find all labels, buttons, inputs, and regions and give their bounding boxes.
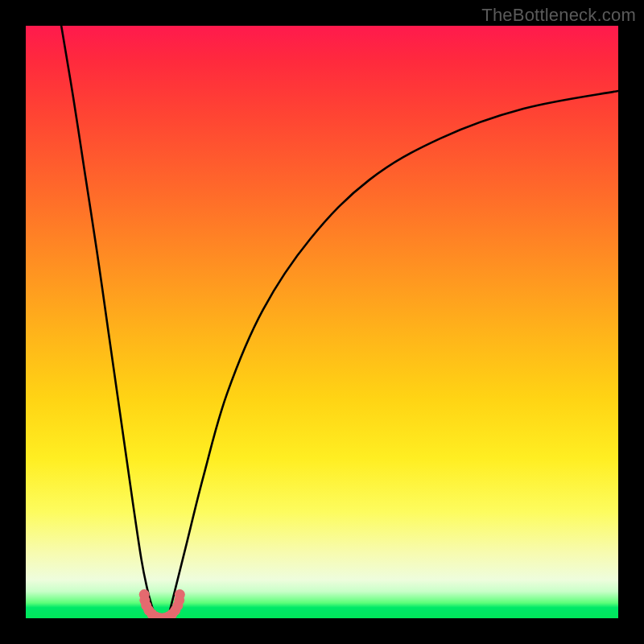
- valley-dot: [141, 601, 151, 611]
- plot-area: [26, 26, 618, 618]
- curve-right-branch: [168, 91, 618, 618]
- valley-dot: [175, 589, 185, 600]
- valley-dot: [167, 609, 177, 618]
- chart-frame: TheBottleneck.com: [0, 0, 644, 644]
- curve-layer: [26, 26, 618, 618]
- valley-dot: [159, 613, 169, 618]
- valley-dot: [174, 595, 184, 605]
- valley-dot: [139, 589, 150, 600]
- valley-dot: [151, 612, 161, 618]
- valley-dot: [163, 612, 174, 618]
- valley-dot: [143, 605, 154, 616]
- valley-dot: [147, 609, 157, 618]
- valley-dot: [139, 595, 150, 605]
- valley-dot: [172, 601, 183, 611]
- valley-dot: [170, 605, 180, 616]
- watermark-text: TheBottleneck.com: [481, 5, 636, 26]
- curve-left-branch: [61, 26, 156, 618]
- valley-dot: [155, 613, 165, 618]
